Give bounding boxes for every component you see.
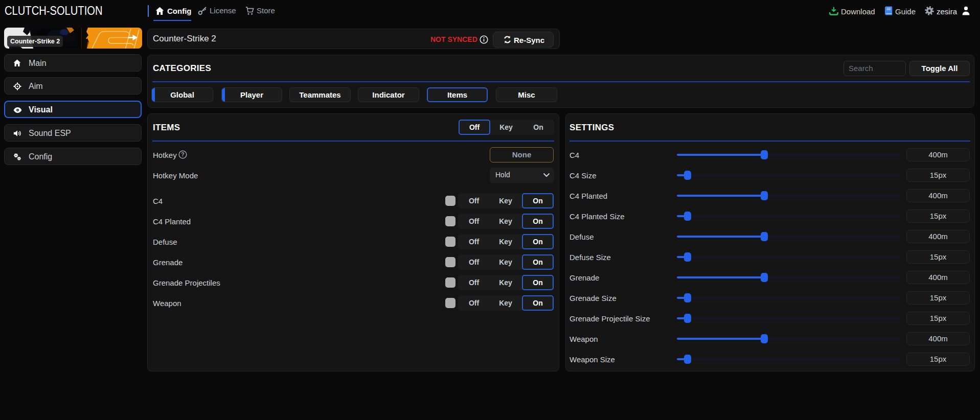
svg-text:?: ? (181, 151, 184, 157)
